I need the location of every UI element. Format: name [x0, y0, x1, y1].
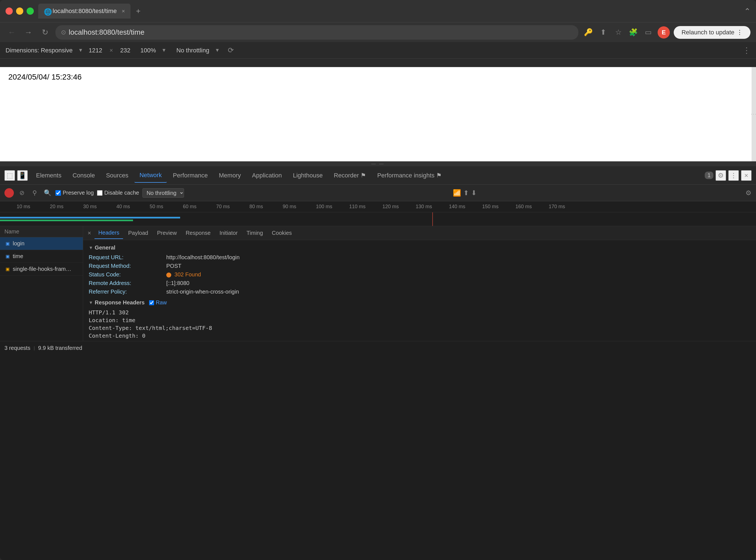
active-tab[interactable]: 🌐 localhost:8080/test/time ×: [38, 4, 130, 19]
status-separator: |: [34, 346, 35, 351]
cast-icon[interactable]: ▭: [643, 27, 654, 38]
request-method-row: Request Method: POST: [89, 263, 751, 269]
request-url-row: Request URL: http://localhost:8080/test/…: [89, 254, 751, 261]
device-emulation-icon[interactable]: 📱: [17, 170, 28, 181]
rotate-icon[interactable]: ⟳: [225, 45, 237, 56]
tab-application[interactable]: Application: [247, 168, 287, 183]
response-headers-title: Response Headers: [89, 299, 145, 306]
network-item-time[interactable]: ▣ time: [0, 250, 83, 263]
key-icon[interactable]: 🔑: [583, 27, 594, 38]
window-control[interactable]: ⌃: [744, 7, 751, 16]
activity-bar: [0, 212, 756, 226]
preserve-log-checkbox[interactable]: Preserve log: [56, 189, 94, 196]
tab-lighthouse[interactable]: Lighthouse: [288, 168, 328, 183]
timeline-90ms: 90 ms: [283, 204, 296, 209]
record-button[interactable]: [4, 188, 14, 198]
viewport-height: 232: [120, 47, 130, 54]
disable-cache-input[interactable]: [97, 190, 103, 196]
address-bar[interactable]: ⊙ localhost:8080/test/time: [56, 25, 578, 40]
timeline-marker: [432, 212, 433, 226]
request-url-val: http://localhost:8080/test/login: [166, 254, 240, 261]
filter-button[interactable]: ⚲: [30, 188, 39, 198]
timeline-10ms: 10 ms: [17, 204, 30, 209]
timeline-marks: 10 ms 20 ms 30 ms 40 ms 50 ms 60 ms 70 m…: [0, 201, 756, 212]
bookmark-icon[interactable]: ☆: [613, 27, 624, 38]
panel-close-icon[interactable]: ×: [87, 229, 91, 237]
network-settings-icon[interactable]: ⚙: [745, 189, 752, 197]
throttle-select[interactable]: No throttling: [142, 188, 184, 198]
network-item-login[interactable]: ▣ login: [0, 237, 83, 250]
close-button[interactable]: [5, 7, 13, 15]
timeline-120ms: 120 ms: [383, 204, 399, 209]
devtools-right-actions: 1 ⚙ ⋮ ×: [705, 170, 752, 181]
share-icon[interactable]: ⬆: [598, 27, 609, 38]
panel-tab-headers[interactable]: Headers: [95, 227, 123, 239]
timeline-60ms: 60 ms: [183, 204, 197, 209]
js-icon: ▣: [4, 266, 11, 272]
remote-address-row: Remote Address: [::1]:8080: [89, 280, 751, 286]
inspect-element-icon[interactable]: ⬚: [4, 170, 15, 181]
tab-memory[interactable]: Memory: [214, 168, 246, 183]
devtools-settings-icon[interactable]: ⚙: [716, 170, 726, 181]
webpage-area: 2024/05/04/ 15:23:46 ⋮: [0, 67, 756, 161]
headers-content: General Request URL: http://localhost:80…: [83, 240, 756, 341]
devtools-more-icon[interactable]: ⋮: [728, 170, 739, 181]
panel-tab-cookies[interactable]: Cookies: [268, 227, 296, 239]
tab-favicon: 🌐: [44, 8, 50, 14]
upload-icon[interactable]: ⬆: [463, 189, 469, 197]
devtools-panel: ⬚ 📱 Elements Console Sources Network Per…: [0, 166, 756, 355]
timeline-130ms: 130 ms: [416, 204, 432, 209]
extensions-icon[interactable]: 🧩: [628, 27, 639, 38]
network-activity-blue: [0, 217, 180, 218]
resize-handle[interactable]: ⋮: [752, 67, 756, 161]
device-toolbar-more-icon[interactable]: ⋮: [743, 46, 751, 55]
ruler: [0, 59, 756, 67]
timeline-170ms: 170 ms: [549, 204, 565, 209]
clear-button[interactable]: ⊘: [17, 188, 27, 198]
tab-performance-insights[interactable]: Performance insights ⚑: [372, 168, 447, 183]
tab-performance[interactable]: Performance: [168, 168, 213, 183]
tab-sources[interactable]: Sources: [101, 168, 133, 183]
search-button[interactable]: 🔍: [43, 188, 52, 198]
disable-cache-checkbox[interactable]: Disable cache: [97, 189, 139, 196]
title-bar: 🌐 localhost:8080/test/time × + ⌃: [0, 0, 756, 22]
panel-tab-response[interactable]: Response: [182, 227, 214, 239]
devtools-tab-bar: ⬚ 📱 Elements Console Sources Network Per…: [0, 166, 756, 185]
wifi-icon[interactable]: 📶: [453, 189, 461, 197]
download-icon[interactable]: ⬇: [471, 189, 477, 197]
tab-recorder[interactable]: Recorder ⚑: [329, 168, 371, 183]
raw-checkbox-input[interactable]: [149, 300, 154, 305]
tab-console[interactable]: Console: [68, 168, 100, 183]
tab-elements[interactable]: Elements: [31, 168, 66, 183]
preserve-log-input[interactable]: [56, 190, 61, 196]
status-code-val: 302 Found: [166, 272, 201, 278]
throttle-chevron-icon: ▼: [215, 47, 220, 53]
relaunch-button[interactable]: Relaunch to update ⋮: [674, 26, 751, 39]
panel-tab-initiator[interactable]: Initiator: [216, 227, 242, 239]
network-list: Name ▣ login ▣ time ▣ single-file-hooks-…: [0, 226, 83, 341]
refresh-button[interactable]: ↻: [39, 26, 51, 39]
forward-button[interactable]: →: [22, 26, 34, 39]
timeline-150ms: 150 ms: [482, 204, 498, 209]
panel-tab-timing[interactable]: Timing: [243, 227, 267, 239]
user-avatar[interactable]: E: [658, 26, 670, 39]
panel-tab-preview[interactable]: Preview: [153, 227, 181, 239]
zoom-chevron-icon: ▼: [162, 47, 167, 53]
tab-network[interactable]: Network: [135, 168, 167, 183]
timeline-140ms: 140 ms: [449, 204, 465, 209]
panel-resize-handle[interactable]: — —: [0, 161, 756, 166]
referrer-policy-val: strict-origin-when-cross-origin: [166, 288, 239, 295]
minimize-button[interactable]: [16, 7, 23, 15]
tab-close-button[interactable]: ×: [122, 8, 125, 15]
new-tab-button[interactable]: +: [133, 5, 144, 17]
back-button[interactable]: ←: [5, 26, 18, 39]
timeline-40ms: 40 ms: [116, 204, 130, 209]
panel-tab-payload[interactable]: Payload: [124, 227, 152, 239]
raw-checkbox-label[interactable]: Raw: [149, 299, 167, 306]
lock-icon: ⊙: [61, 29, 66, 36]
maximize-button[interactable]: [27, 7, 34, 15]
network-list-header: Name: [0, 226, 83, 237]
network-item-single-file[interactable]: ▣ single-file-hooks-frames.js: [0, 263, 83, 276]
timeline-70ms: 70 ms: [216, 204, 230, 209]
devtools-close-icon[interactable]: ×: [741, 170, 752, 181]
